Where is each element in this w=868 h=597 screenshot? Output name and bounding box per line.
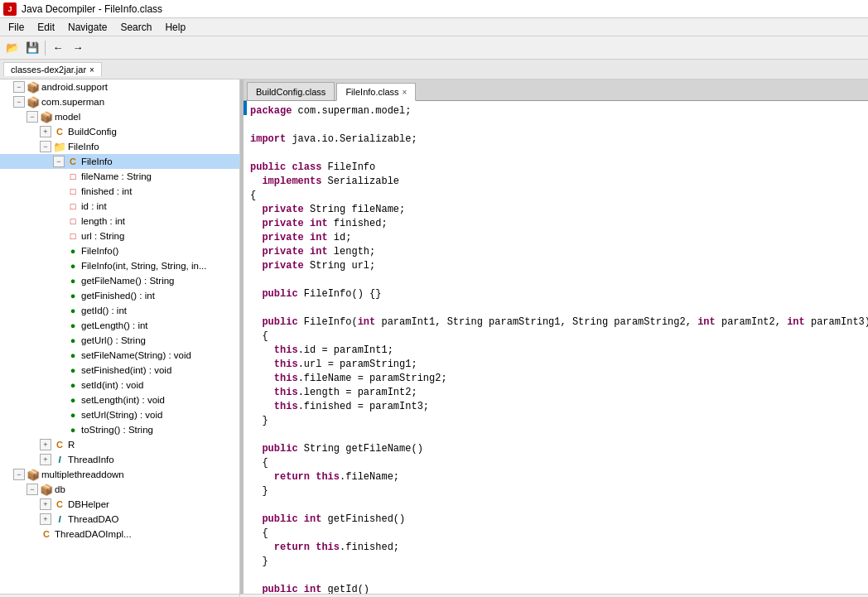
tree-node-dbhelper[interactable]: + C DBHelper	[0, 497, 239, 512]
method-public-icon: ●	[66, 334, 80, 347]
indent	[13, 200, 27, 213]
indent	[0, 80, 13, 94]
menu-navigate[interactable]: Navigate	[61, 20, 113, 35]
code-tab-close-icon-fileinfo[interactable]: ×	[403, 88, 407, 97]
expand-icon-multiplethreaddown[interactable]: −	[13, 469, 25, 480]
expand-icon-model[interactable]: −	[27, 111, 38, 123]
tree-node-method-fileinfo-params[interactable]: ● FileInfo(int, String, String, in...	[0, 258, 239, 273]
menu-edit[interactable]: Edit	[31, 20, 61, 35]
indent	[40, 378, 53, 392]
tree-label-method-setid: setId(int) : void	[81, 380, 143, 390]
expand-icon-android-support[interactable]: −	[13, 81, 25, 93]
indent	[40, 289, 53, 302]
indent	[13, 498, 27, 511]
indent	[0, 125, 13, 138]
indent	[0, 319, 13, 332]
tree-node-db[interactable]: − 📦 db	[0, 482, 239, 497]
save-button[interactable]: 💾	[23, 39, 41, 57]
expand-icon-fileinfo-folder[interactable]: −	[40, 141, 51, 152]
tree-node-method-setid[interactable]: ● setId(int) : void	[0, 378, 239, 392]
code-tab-fileinfo[interactable]: FileInfo.class ×	[336, 83, 416, 101]
tree-node-method-setlength[interactable]: ● setLength(int) : void	[0, 392, 239, 407]
indent	[0, 334, 13, 347]
back-button[interactable]: ←	[49, 39, 67, 57]
tree-node-field-id[interactable]: □ id : int	[0, 199, 239, 214]
menu-file[interactable]: File	[2, 20, 31, 35]
field-private-icon: □	[66, 185, 80, 198]
tree-node-fileinfo-class[interactable]: − C FileInfo	[0, 154, 239, 169]
tree-node-threadinfo[interactable]: + I ThreadInfo	[0, 452, 239, 467]
code-tab-buildconfig[interactable]: BuildConfig.class	[247, 82, 335, 100]
indent	[27, 244, 40, 258]
indent	[13, 438, 27, 451]
tree-node-method-seturl[interactable]: ● setUrl(String) : void	[0, 407, 239, 422]
jar-tab-label: classes-dex2jar.jar	[11, 65, 86, 75]
expand-icon-threadinfo[interactable]: +	[40, 454, 51, 465]
indent	[13, 423, 27, 436]
tree-node-method-setfilename[interactable]: ● setFileName(String) : void	[0, 348, 239, 363]
indent	[0, 200, 13, 213]
method-public-icon: ●	[66, 408, 80, 421]
tree-node-fileinfo-folder[interactable]: − 📁 FileInfo	[0, 139, 239, 154]
tree-node-method-getid[interactable]: ● getId() : int	[0, 303, 239, 318]
indent	[53, 259, 66, 272]
expand-icon-R[interactable]: +	[40, 439, 51, 450]
menu-search[interactable]: Search	[113, 20, 158, 35]
interface-icon: I	[53, 513, 66, 526]
indent	[27, 125, 40, 138]
toolbar: 📂 💾 ← →	[0, 36, 868, 60]
tree-node-buildconfig[interactable]: + C BuildConfig	[0, 124, 239, 139]
tree-node-method-fileinfo0[interactable]: ● FileInfo()	[0, 243, 239, 258]
left-panel[interactable]: − 📦 android.support − 📦 com.superman − 📦…	[0, 79, 240, 594]
tree-node-model[interactable]: − 📦 model	[0, 109, 239, 124]
indent	[13, 483, 27, 496]
tree-node-com-superman[interactable]: − 📦 com.superman	[0, 94, 239, 109]
open-button[interactable]: 📂	[3, 39, 22, 57]
tree-label-fileinfo-folder: FileInfo	[68, 142, 99, 152]
tree-node-threaddaoimpl[interactable]: C ThreadDAOImpl...	[0, 527, 239, 542]
package-icon: 📦	[27, 95, 40, 108]
code-content[interactable]: package com.superman.model; import java.…	[244, 101, 868, 594]
tree-node-field-url[interactable]: □ url : String	[0, 229, 239, 243]
tree-node-method-geturl[interactable]: ● getUrl() : String	[0, 333, 239, 348]
indent	[0, 229, 13, 243]
tree-label-db: db	[55, 484, 65, 494]
expand-icon-com-superman[interactable]: −	[13, 96, 25, 108]
jar-tab-active[interactable]: classes-dex2jar.jar ×	[3, 62, 102, 76]
tree-node-method-getlength[interactable]: ● getLength() : int	[0, 318, 239, 333]
code-area[interactable]: package com.superman.model; import java.…	[244, 101, 868, 594]
forward-button[interactable]: →	[69, 39, 87, 57]
expand-icon-threaddao[interactable]: +	[40, 513, 51, 525]
tree-node-field-filename[interactable]: □ fileName : String	[0, 169, 239, 184]
expand-icon-dbhelper[interactable]: +	[40, 498, 51, 510]
tree-node-field-finished[interactable]: □ finished : int	[0, 184, 239, 199]
indent	[27, 170, 40, 183]
toolbar-separator	[45, 41, 46, 55]
expand-icon-buildconfig[interactable]: +	[40, 126, 51, 137]
tree-node-method-tostring[interactable]: ● toString() : String	[0, 422, 239, 437]
indent	[13, 349, 27, 362]
tree-node-multiplethreaddown[interactable]: − 📦 multiplethreaddown	[0, 467, 239, 482]
indent	[27, 378, 40, 392]
tree-node-threaddao[interactable]: + I ThreadDAO	[0, 512, 239, 527]
indent	[13, 378, 27, 392]
indent	[40, 244, 53, 258]
package-icon: 📦	[40, 483, 53, 496]
indent	[0, 393, 13, 407]
menu-help[interactable]: Help	[158, 20, 192, 35]
package-icon: 📦	[27, 80, 40, 94]
indent	[13, 319, 27, 332]
tree-node-method-getfinished[interactable]: ● getFinished() : int	[0, 288, 239, 303]
interface-icon: I	[53, 453, 66, 466]
tree-node-field-length[interactable]: □ length : int	[0, 214, 239, 229]
indent	[0, 274, 13, 287]
expand-icon-db[interactable]: −	[27, 484, 38, 495]
indent	[27, 185, 40, 198]
jar-tab-close-icon[interactable]: ×	[89, 65, 94, 75]
tree-node-method-getfilename[interactable]: ● getFileName() : String	[0, 273, 239, 288]
indent	[53, 304, 66, 317]
expand-icon-fileinfo-class[interactable]: −	[53, 156, 65, 167]
tree-node-method-setfinished[interactable]: ● setFinished(int) : void	[0, 363, 239, 378]
tree-node-R[interactable]: + C R	[0, 437, 239, 452]
tree-node-android-support[interactable]: − 📦 android.support	[0, 79, 239, 94]
